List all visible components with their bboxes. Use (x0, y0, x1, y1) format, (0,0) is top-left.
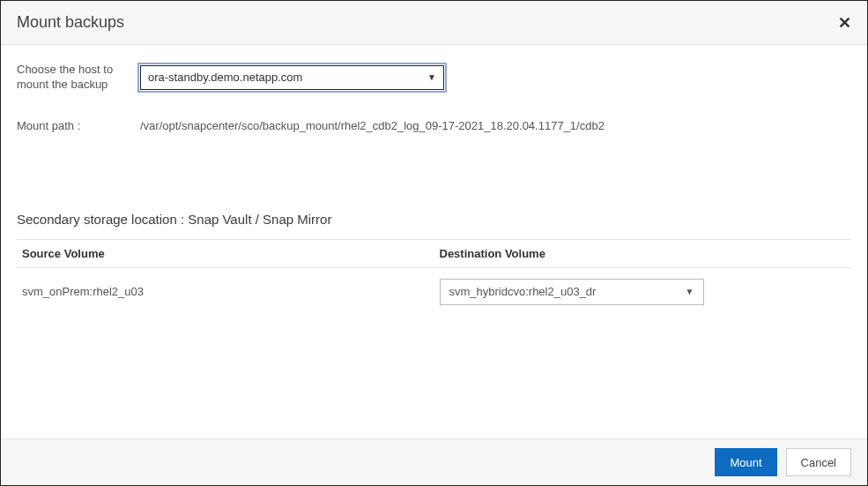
cancel-button[interactable]: Cancel (786, 448, 851, 476)
mount-button[interactable]: Mount (715, 448, 776, 476)
secondary-heading: Secondary storage location : Snap Vault … (17, 212, 851, 227)
close-icon[interactable]: ✕ (838, 15, 851, 31)
source-volume-cell: svm_onPrem:rhel2_u03 (17, 267, 434, 316)
host-label: Choose the host to mount the backup (17, 63, 140, 93)
col-destination: Destination Volume (434, 239, 852, 267)
dialog-header: Mount backups ✕ (1, 1, 867, 45)
col-source: Source Volume (17, 239, 434, 267)
chevron-down-icon: ▼ (686, 287, 694, 296)
destination-select-value: svm_hybridcvo:rhel2_u03_dr (449, 285, 597, 298)
mount-path-value: /var/opt/snapcenter/sco/backup_mount/rhe… (140, 119, 605, 132)
dialog-title: Mount backups (17, 13, 124, 32)
dialog-body: Choose the host to mount the backup ora-… (1, 45, 867, 316)
host-select-value: ora-standby.demo.netapp.com (148, 71, 302, 84)
destination-volume-cell: svm_hybridcvo:rhel2_u03_dr ▼ (434, 267, 852, 316)
host-label-line2: mount the backup (17, 78, 108, 91)
table-row: svm_onPrem:rhel2_u03 svm_hybridcvo:rhel2… (17, 267, 851, 316)
host-row: Choose the host to mount the backup ora-… (17, 63, 851, 93)
host-label-line1: Choose the host to (17, 63, 113, 76)
mount-path-label: Mount path : (17, 119, 140, 132)
host-select[interactable]: ora-standby.demo.netapp.com ▼ (140, 65, 444, 90)
dialog-footer: Mount Cancel (1, 438, 867, 485)
volume-table: Source Volume Destination Volume svm_onP… (17, 239, 851, 316)
mount-path-row: Mount path : /var/opt/snapcenter/sco/bac… (17, 119, 851, 132)
destination-select[interactable]: svm_hybridcvo:rhel2_u03_dr ▼ (440, 279, 704, 305)
chevron-down-icon: ▼ (427, 72, 436, 82)
